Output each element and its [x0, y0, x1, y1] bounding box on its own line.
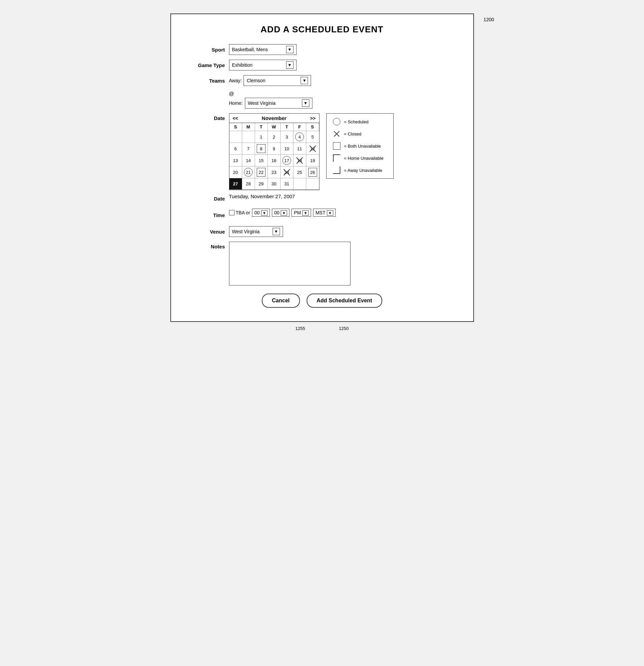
venue-label: Venue [188, 229, 225, 234]
calendar-cell[interactable]: 11 [293, 143, 306, 155]
calendar-day-header: M [242, 123, 255, 131]
x-day: 18 [295, 156, 304, 165]
home-team-select[interactable]: West Virginia [245, 98, 312, 108]
date-display-row: Date Tuesday, November 27, 2007 [188, 193, 456, 204]
notes-label: Notes [188, 242, 225, 249]
circled-day: 21 [244, 168, 253, 177]
sport-dropdown-arrow[interactable] [286, 46, 293, 53]
calendar-cell[interactable]: 29 [255, 178, 268, 190]
timezone-select[interactable]: MST [313, 209, 335, 217]
tba-checkbox-box[interactable] [229, 210, 235, 215]
calendar-cell[interactable]: 9 [268, 143, 281, 155]
minute-arrow[interactable] [279, 210, 287, 215]
calendar-cell[interactable]: 28 [242, 178, 255, 190]
calendar-cell[interactable]: 1 [255, 131, 268, 143]
time-label: Time [188, 212, 225, 218]
calendar-cell[interactable]: 3 [281, 131, 293, 143]
venue-select[interactable]: West Virginia [229, 226, 283, 237]
calendar-cell[interactable]: 5 [306, 131, 319, 143]
ampm-select[interactable]: PM [291, 209, 311, 217]
home-team-arrow[interactable] [302, 100, 309, 107]
minute-select[interactable]: 00 [272, 209, 289, 217]
calendar-cell[interactable]: 14 [242, 155, 255, 166]
legend-scheduled: = Scheduled [332, 117, 388, 126]
teams-label: Teams [188, 78, 225, 84]
calendar-cell[interactable]: 13 [230, 155, 242, 166]
home-team-row: Home: West Virginia [188, 98, 456, 108]
date-display-label: Date [188, 196, 225, 201]
calendar-cell[interactable]: 17 [281, 155, 293, 166]
legend-box-symbol [332, 141, 341, 151]
cancel-button[interactable]: Cancel [262, 294, 300, 308]
venue-value: West Virginia [232, 229, 270, 234]
time-row: Time TBA or 00 00 PM [188, 209, 456, 222]
calendar-cell[interactable]: 31 [281, 178, 293, 190]
legend-scheduled-label: = Scheduled [344, 119, 369, 124]
calendar-cell[interactable]: 27 [230, 178, 242, 190]
ampm-arrow[interactable] [301, 210, 309, 215]
calendar-cell[interactable]: 25 [293, 166, 306, 178]
prev-month-button[interactable]: << [233, 116, 238, 121]
calendar-cell [306, 178, 319, 190]
calendar-cell[interactable]: 18 [293, 155, 306, 166]
away-team-row: Teams Away: Clemson [188, 75, 456, 86]
calendar-cell[interactable]: 19 [306, 155, 319, 166]
sport-value: Basketball, Mens [232, 47, 283, 52]
legend-closed: = Closed [332, 129, 388, 139]
next-month-button[interactable]: >> [310, 116, 316, 121]
legend-away-label: = Away Unavailable [344, 168, 383, 173]
calendar-cell[interactable]: 24 [281, 166, 293, 178]
calendar-day-header: S [306, 123, 319, 131]
away-team-select[interactable]: Clemson [243, 75, 311, 86]
calendar-cell[interactable]: 23 [268, 166, 281, 178]
add-scheduled-event-button[interactable]: Add Scheduled Event [307, 294, 382, 308]
time-controls: TBA or 00 00 PM MST [229, 209, 336, 217]
legend-both-label: = Both Unavailable [344, 144, 381, 148]
calendar-cell[interactable]: 15 [255, 155, 268, 166]
calendar-cell[interactable]: 12 [306, 143, 319, 155]
calendar-cell[interactable]: 2 [268, 131, 281, 143]
legend-home-label: = Home Unavailable [344, 156, 384, 161]
notes-textarea[interactable] [229, 242, 351, 285]
calendar-cell[interactable]: 22 [255, 166, 268, 178]
calendar-cell[interactable]: 4 [293, 131, 306, 143]
x-day: 24 [282, 168, 291, 177]
calendar: << November >> SMTWTFS1234567891011 12 1… [229, 113, 320, 190]
hour-value: 00 [254, 210, 260, 215]
calendar-cell[interactable]: 21 [242, 166, 255, 178]
calendar-day-header: T [255, 123, 268, 131]
legend-home-symbol [332, 153, 341, 163]
buttons-row: Cancel Add Scheduled Event [188, 294, 456, 308]
calendar-grid: SMTWTFS1234567891011 12 1314151617 18 19… [230, 123, 319, 190]
calendar-cell[interactable]: 16 [268, 155, 281, 166]
calendar-cell[interactable]: 20 [230, 166, 242, 178]
game-type-value: Exhibition [232, 63, 283, 68]
calendar-day-header: S [230, 123, 242, 131]
legend-away-icon [333, 166, 340, 174]
circled-day: 4 [295, 133, 304, 141]
tba-checkbox-container[interactable]: TBA or [229, 210, 250, 215]
calendar-day-header: T [281, 123, 293, 131]
timezone-value: MST [316, 210, 325, 215]
calendar-cell[interactable]: 8 [255, 143, 268, 155]
bottom-labels: 1255 1250 [170, 326, 474, 331]
calendar-day-header: W [268, 123, 281, 131]
away-team-arrow[interactable] [301, 77, 308, 84]
hour-arrow[interactable] [260, 210, 268, 215]
calendar-header: << November >> [230, 113, 319, 123]
game-type-select[interactable]: Exhibition [229, 60, 296, 70]
notes-row: Notes [188, 242, 456, 285]
circled-day: 17 [282, 156, 291, 165]
venue-arrow[interactable] [273, 228, 280, 235]
calendar-day-header: F [293, 123, 306, 131]
calendar-cell[interactable]: 26 [306, 166, 319, 178]
game-type-dropdown-arrow[interactable] [286, 62, 293, 69]
timezone-arrow[interactable] [325, 210, 333, 215]
calendar-cell[interactable]: 10 [281, 143, 293, 155]
calendar-month: November [262, 115, 286, 121]
calendar-cell[interactable]: 6 [230, 143, 242, 155]
sport-select[interactable]: Basketball, Mens [229, 44, 296, 55]
calendar-cell[interactable]: 7 [242, 143, 255, 155]
hour-select[interactable]: 00 [252, 209, 270, 217]
calendar-cell[interactable]: 30 [268, 178, 281, 190]
